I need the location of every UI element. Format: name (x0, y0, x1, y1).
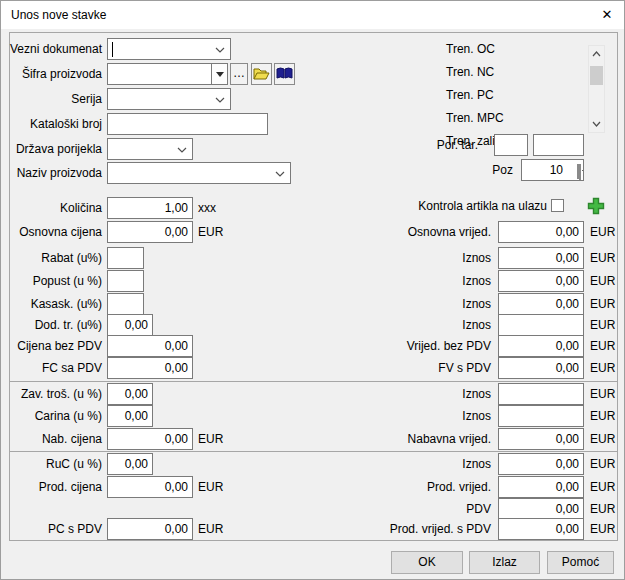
vezni-dokumenat-combobox[interactable] (107, 38, 231, 60)
fv-s-pdv-right-label: FV s PDV (321, 357, 491, 379)
carina-u-label: Carina (u %) (3, 405, 102, 427)
cijena-bez-pdv-input[interactable]: 0,00 (107, 335, 193, 357)
pc-s-pdv-input[interactable]: 0,00 (107, 518, 193, 540)
iznos-right-input[interactable] (498, 314, 584, 336)
chevron-down-icon (215, 47, 225, 53)
browse-dots-button[interactable]: … (230, 63, 248, 85)
scroll-down-icon[interactable] (589, 116, 604, 132)
rabat-u-label: Rabat (u%) (3, 247, 102, 269)
pc-s-pdv-label: PC s PDV (3, 518, 102, 540)
drzava-porijekla-label: Država porijekla (3, 138, 102, 160)
iznos-right-input[interactable]: 0,00 (498, 270, 584, 292)
dod-tr-u-input[interactable]: 0,00 (107, 314, 153, 336)
popust-u-input[interactable] (107, 270, 144, 292)
iznos-right-label: Iznos (321, 247, 491, 269)
por-tar-input-1[interactable] (494, 134, 528, 156)
scroll-up-icon[interactable] (589, 46, 604, 62)
serija-combobox[interactable] (107, 88, 231, 110)
triangle-down-icon (216, 72, 224, 77)
dod-tr-u-label: Dod. tr. (u%) (3, 314, 102, 336)
vrijed-bez-pdv-right-label: Vrijed. bez PDV (321, 335, 491, 357)
pdv-right-unit: EUR (590, 498, 615, 520)
iznos-right-input[interactable]: 0,00 (498, 247, 584, 269)
por-tar-label: Por. tar. (378, 134, 478, 156)
nab-cijena-label: Nab. cijena (3, 428, 102, 450)
poz-value: 10 (550, 163, 563, 177)
chevron-down-icon (215, 97, 225, 103)
kolicina-input[interactable]: 1,00 (107, 197, 193, 219)
tren-item-tren-nc: Tren. NC (446, 65, 494, 79)
iznos-right-input[interactable] (498, 405, 584, 427)
prod-cijena-input[interactable]: 0,00 (107, 476, 193, 498)
izlaz-button[interactable]: Izlaz (469, 551, 540, 574)
pc-s-pdv-unit: EUR (198, 518, 223, 540)
prod-vrijed-s-pdv-right-unit: EUR (590, 518, 615, 540)
iznos-right-unit: EUR (590, 293, 615, 315)
iznos-right-unit: EUR (590, 405, 615, 427)
group-divider-1 (9, 381, 618, 382)
ok-button[interactable]: OK (391, 551, 463, 574)
dropdown-button[interactable] (211, 63, 228, 85)
drzava-porijekla-combobox[interactable] (107, 138, 193, 160)
osnovna-vrijed-right-unit: EUR (590, 221, 615, 243)
naziv-proizvoda-combobox[interactable] (107, 162, 291, 184)
carina-u-input[interactable]: 0,00 (107, 405, 153, 427)
poz-spin-buttons (565, 162, 581, 178)
kolicina-unit: xxx (198, 197, 216, 219)
nabavna-vrijed-right-input[interactable]: 0,00 (498, 428, 584, 450)
vrijed-bez-pdv-right-unit: EUR (590, 335, 615, 357)
sifra-proizvoda-combobox[interactable] (107, 63, 228, 85)
zav-tros-u-input[interactable]: 0,00 (107, 383, 153, 405)
iznos-right-input[interactable]: 0,00 (498, 453, 584, 475)
prod-vrijed-right-label: Prod. vrijed. (321, 476, 491, 498)
zav-tros-u-label: Zav. troš. (u %) (3, 383, 102, 405)
popust-u-label: Popust (u %) (3, 270, 102, 292)
iznos-right-unit: EUR (590, 453, 615, 475)
open-folder-button[interactable] (251, 63, 272, 85)
prod-vrijed-s-pdv-right-input[interactable]: 0,00 (498, 518, 584, 540)
kontrola-artikla-checkbox[interactable] (551, 199, 564, 212)
osnovna-cijena-unit: EUR (198, 221, 223, 243)
osnovna-cijena-label: Osnovna cijena (3, 221, 102, 243)
iznos-right-label: Iznos (321, 293, 491, 315)
osnovna-cijena-input[interactable]: 0,00 (107, 221, 193, 243)
poz-label: Poz (451, 159, 513, 181)
poz-spinner[interactable]: 10 (521, 159, 584, 181)
fc-sa-pdv-input[interactable]: 0,00 (107, 357, 193, 379)
pomoc-button[interactable]: Pomoć (547, 551, 614, 574)
tren-scrollbar[interactable] (588, 45, 605, 133)
kataloski-broj-input[interactable] (107, 113, 268, 135)
add-plus-icon[interactable] (587, 197, 605, 215)
tren-item-tren-pc: Tren. PC (446, 88, 494, 102)
prod-vrijed-right-input[interactable]: 0,00 (498, 476, 584, 498)
osnovna-vrijed-right-label: Osnovna vrijed. (321, 221, 491, 243)
osnovna-vrijed-right-input[interactable]: 0,00 (498, 221, 584, 243)
prod-cijena-unit: EUR (198, 476, 223, 498)
iznos-right-input[interactable] (498, 383, 584, 405)
nab-cijena-input[interactable]: 0,00 (107, 428, 193, 450)
por-tar-input-2[interactable] (533, 134, 584, 156)
pdv-right-label: PDV (321, 498, 491, 520)
ruc-u-label: RuC (u %) (3, 453, 102, 475)
pdv-right-input[interactable]: 0,00 (498, 498, 584, 520)
catalog-book-button[interactable] (274, 63, 295, 85)
rabat-u-input[interactable] (107, 247, 144, 269)
close-icon[interactable]: ✕ (598, 1, 616, 29)
kasask-u-input[interactable] (107, 293, 144, 315)
fc-sa-pdv-label: FC sa PDV (3, 357, 102, 379)
naziv-proizvoda-label: Naziv proizvoda (3, 162, 102, 184)
iznos-right-label: Iznos (321, 405, 491, 427)
nab-cijena-unit: EUR (198, 428, 223, 450)
fv-s-pdv-right-unit: EUR (590, 357, 615, 379)
prod-vrijed-right-unit: EUR (590, 476, 615, 498)
fv-s-pdv-right-input[interactable]: 0,00 (498, 357, 584, 379)
iznos-right-input[interactable]: 0,00 (498, 293, 584, 315)
vrijed-bez-pdv-right-input[interactable]: 0,00 (498, 335, 584, 357)
chevron-down-icon (177, 147, 187, 153)
scrollbar-thumb[interactable] (590, 66, 603, 85)
iznos-right-unit: EUR (590, 270, 615, 292)
iznos-right-label: Iznos (321, 383, 491, 405)
iznos-right-label: Iznos (321, 270, 491, 292)
ruc-u-input[interactable]: 0,00 (107, 453, 153, 475)
spin-down-button[interactable] (579, 164, 581, 180)
